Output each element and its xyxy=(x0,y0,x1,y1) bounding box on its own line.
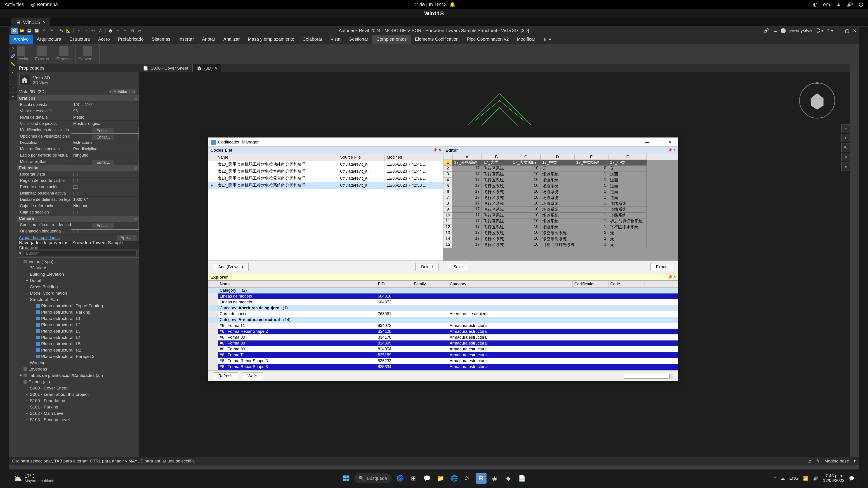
vscode-icon[interactable]: ◆ xyxy=(503,473,514,484)
orbit-icon[interactable]: ⟲ xyxy=(841,153,850,161)
explorer-row[interactable]: Líneas de modelo604816 xyxy=(209,293,678,299)
sound-icon[interactable]: 🔊 xyxy=(813,476,818,481)
pin-icon[interactable]: 📌 xyxy=(668,148,672,152)
tree-node[interactable]: +S103 - Second Level xyxy=(19,417,139,423)
wifi-icon[interactable]: 📶 xyxy=(803,476,809,481)
ribbon-tab-gestionar[interactable]: Gestionar xyxy=(344,35,372,43)
tag-icon[interactable]: 🏷 xyxy=(90,28,96,33)
ribbon-tab-masa-y-emplazamiento[interactable]: Masa y emplazamiento xyxy=(244,35,299,43)
tree-node[interactable]: Plano estructural: Parapet 2 xyxy=(19,353,139,360)
open-icon[interactable]: 📂 xyxy=(20,28,25,33)
pin-icon[interactable]: 📌 xyxy=(668,275,672,279)
panel-externo[interactable]: Externo xyxy=(32,44,52,64)
measure2-icon[interactable]: 📏 xyxy=(9,60,17,68)
tree-node[interactable]: +3D View xyxy=(19,265,139,271)
weather-widget[interactable]: ⛅ 17°C Mayorm. nublado xyxy=(13,474,54,483)
tree-node[interactable]: +S001 - Learn about this project xyxy=(19,391,139,398)
link-icon[interactable]: 🔗 xyxy=(9,52,17,60)
redo-icon[interactable]: ↷ xyxy=(49,28,54,33)
tree-node[interactable]: Leyendas xyxy=(19,366,139,372)
ribbon-tab-vista[interactable]: Vista xyxy=(327,35,344,43)
user-name[interactable]: jeremysilva xyxy=(789,28,812,33)
close-icon[interactable]: × xyxy=(43,20,46,25)
explorer-row[interactable]: #6 : Forma 00834954Armadura estructural xyxy=(209,346,678,352)
ribbon-tab-analizar[interactable]: Analizar xyxy=(219,35,244,43)
user-avatar[interactable] xyxy=(781,28,786,33)
app-indicator[interactable]: ◎ Remmina xyxy=(31,2,58,7)
ribbon-tab-acero[interactable]: Acero xyxy=(94,35,114,43)
codes-row[interactable]: 表10_民用监输机场工程对象按功能的分类和编码C:\Data\revit_a..… xyxy=(209,161,443,168)
measure-icon[interactable]: 📐 xyxy=(66,28,71,33)
ribbon-tab-complementos[interactable]: Complementos xyxy=(372,35,411,43)
close-panel-icon[interactable]: × xyxy=(674,275,676,279)
tree-node[interactable]: -Planos (all) xyxy=(19,379,139,385)
clock[interactable]: 12 de jun 19:43 🔔 xyxy=(412,2,456,7)
property-row[interactable]: Delimitación lejana activa xyxy=(17,190,139,197)
property-row[interactable]: Valor de escala 1:96 xyxy=(17,108,139,114)
check-icon[interactable]: ✓ xyxy=(9,85,17,92)
section-box-icon[interactable]: ▣ xyxy=(841,162,850,171)
doc-tab[interactable]: 🏠 {3D}× xyxy=(193,64,222,72)
revit-logo[interactable]: R xyxy=(11,28,18,34)
explorer-row[interactable]: #6 : Forma T1834072Armadura estructural xyxy=(209,323,678,329)
maximize-icon[interactable]: ▢ xyxy=(653,139,664,145)
property-row[interactable]: Caja de sección xyxy=(17,209,139,216)
network-icon[interactable]: ▲ xyxy=(836,2,841,7)
tree-node[interactable]: +Building Elevation xyxy=(19,271,139,278)
dialog-titlebar[interactable]: Codification Manager — ▢ ✕ xyxy=(208,138,678,147)
explorer-row[interactable]: #6 : Forma 00834899Armadura estructural xyxy=(209,340,678,346)
tree-node[interactable]: +Gross Building xyxy=(19,284,139,290)
copilot-icon[interactable]: 🌀 xyxy=(395,473,405,484)
explorer-row[interactable]: #6 : Forma T1835189Armadura estructural xyxy=(209,352,678,358)
min-icon[interactable]: — xyxy=(837,28,841,33)
explorer-row[interactable]: #6 : Forma 00834178Armadura estructural xyxy=(209,335,678,340)
panel-etransmit[interactable]: eTransmit xyxy=(52,44,75,64)
tree-node[interactable]: Plano estructural: Top of Footing xyxy=(19,303,139,309)
view-cube[interactable] xyxy=(798,81,836,120)
expand-icon[interactable]: ▾ xyxy=(9,93,17,100)
tree-node[interactable]: +S101 - Parking xyxy=(19,404,139,410)
tree-node[interactable]: +S100 - Foundation xyxy=(19,398,139,404)
tree-node[interactable]: Plano estructural: L3 xyxy=(19,328,139,334)
save-button[interactable]: Save xyxy=(448,263,468,271)
minimize-icon[interactable]: — xyxy=(642,139,653,145)
ribbon-tab-archivo[interactable]: Archivo xyxy=(9,35,33,43)
doc-tab[interactable]: 📄 S000 - Cover Sheet xyxy=(139,64,193,72)
nav-wheel-icon[interactable]: ◎ xyxy=(841,124,850,133)
help-icon[interactable]: ⓘ ▾ xyxy=(815,28,824,34)
refresh-button[interactable]: Refresh xyxy=(213,372,238,380)
explorer-row[interactable]: Category Aberturas de agujero (1) xyxy=(209,305,678,311)
add-browse-button[interactable]: Add (Browse) xyxy=(213,263,249,271)
ribbon-tab-estructura[interactable]: Estructura xyxy=(65,35,94,43)
store-icon[interactable]: 🛍 xyxy=(462,473,473,484)
codes-row[interactable]: 表12_民用监输机场工程对象按空间的分类和编码C:\Data\revit_a..… xyxy=(209,168,443,175)
ribbon-options-icon[interactable]: ⊡ ▾ xyxy=(544,37,551,42)
tree-node[interactable]: Plano estructural: L5 xyxy=(19,341,139,347)
model-base[interactable]: Modelo base xyxy=(825,459,849,464)
explorer-row[interactable]: Corte de hueco768961Aberturas de agujero xyxy=(209,311,678,317)
tree-node[interactable]: Plano estructural: L1 xyxy=(19,315,139,322)
notifications-icon[interactable]: 💬 xyxy=(849,476,855,481)
property-row[interactable]: Recortar vista xyxy=(17,171,139,177)
align-icon[interactable]: ≡ xyxy=(76,28,81,33)
property-row[interactable]: Mostrar líneas ocultasPor disciplina xyxy=(17,146,139,152)
tree-node[interactable]: Plano estructural: R2 xyxy=(19,347,139,353)
start-button[interactable] xyxy=(341,473,351,484)
more-icon[interactable]: ⋮ xyxy=(9,76,17,84)
chevron-up-icon[interactable]: ˄ xyxy=(774,476,776,481)
ribbon-tab-elements-codification[interactable]: Elements Codification xyxy=(411,35,463,43)
tree-node[interactable]: +Detail xyxy=(19,278,139,284)
worksets-icon[interactable]: 🗂 xyxy=(807,459,812,464)
close-app-icon[interactable]: ✕ xyxy=(853,28,857,33)
close-panel-icon[interactable]: × xyxy=(439,148,441,152)
activities-button[interactable]: Activities xyxy=(4,2,24,7)
notepad-icon[interactable]: 📄 xyxy=(517,473,527,484)
property-row[interactable]: Nivel de detalleMedio xyxy=(17,114,139,121)
property-row[interactable]: DisciplinaEstructura xyxy=(17,140,139,146)
pin-icon[interactable]: 📌 xyxy=(433,148,437,152)
property-row[interactable]: Estilo por defecto de visuali...Ninguno xyxy=(17,152,139,159)
property-row[interactable]: Opciones de visualización d...Editar... xyxy=(17,133,139,140)
explorer-grid[interactable]: NameEIDFamilyCategoryCodificationCodeCat… xyxy=(208,281,678,370)
dim-icon[interactable]: ↔ xyxy=(83,28,89,33)
property-row[interactable]: Caja de referenciaNinguno xyxy=(17,203,139,209)
